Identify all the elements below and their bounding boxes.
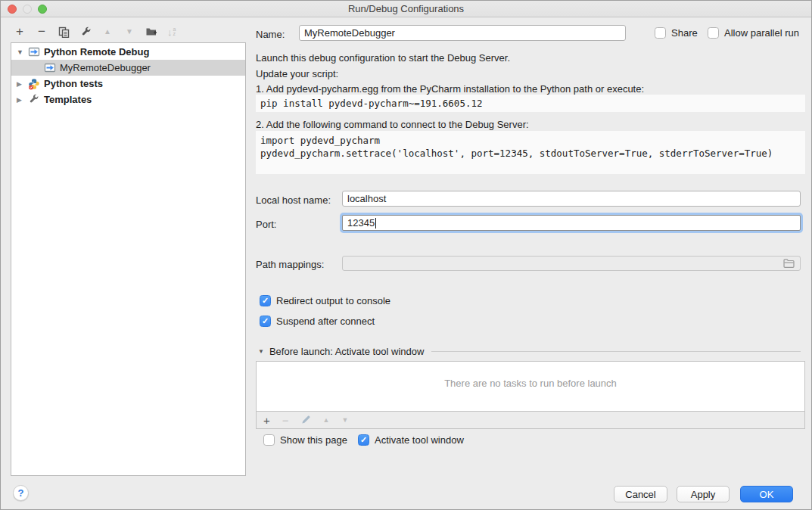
tree-item-python-remote-debug[interactable]: ▼ Python Remote Debug [11, 44, 245, 60]
activate-tool-window-checkbox[interactable] [358, 434, 369, 446]
local-host-name-input[interactable] [342, 191, 801, 207]
edit-defaults-icon[interactable] [79, 26, 92, 38]
tree-item-label: MyRemoteDebugger [60, 62, 151, 73]
move-task-down-icon: ▼ [341, 417, 348, 424]
suspend-after-connect-checkbox[interactable] [260, 316, 271, 327]
section-divider [431, 351, 801, 352]
port-input[interactable]: 12345 [342, 215, 801, 231]
expand-arrow-icon[interactable]: ▼ [17, 48, 28, 56]
remote-debug-icon [44, 62, 56, 74]
show-this-page-label: Show this page [280, 434, 347, 446]
edit-task-icon [301, 415, 311, 426]
suspend-after-connect-label: Suspend after connect [276, 316, 375, 327]
before-launch-toolbar: + − ▲ ▼ [256, 412, 805, 429]
collapse-section-icon[interactable]: ▼ [258, 348, 264, 355]
before-launch-title: Before launch: Activate tool window [269, 346, 425, 357]
empty-tasks-message: There are no tasks to run before launch [257, 362, 804, 389]
settrace-code[interactable]: import pydevd_pycharmpydevd_pycharm.sett… [256, 131, 805, 174]
browse-folder-icon[interactable] [783, 259, 795, 268]
configurations-tree: ▼ Python Remote Debug MyRemoteDebugger ▶ [11, 42, 246, 476]
tree-item-label: Python tests [44, 78, 103, 89]
code-line-settrace: pydevd_pycharm.settrace('localhost', por… [260, 148, 773, 159]
instruction-line-2: Update your script: [256, 68, 338, 79]
add-configuration-icon[interactable]: + [14, 26, 26, 38]
pip-install-code[interactable]: pip install pydevd-pycharm~=191.6605.12 [256, 95, 805, 112]
move-up-icon: ▲ [101, 26, 114, 38]
code-line-import: import pydevd_pycharm [260, 135, 380, 146]
remove-task-icon: − [282, 415, 289, 426]
python-tests-icon [28, 78, 40, 90]
tree-item-label: Templates [44, 94, 92, 105]
tree-item-label: Python Remote Debug [44, 46, 149, 58]
allow-parallel-run-checkbox[interactable] [708, 27, 719, 39]
name-label: Name: [256, 29, 285, 40]
tree-item-templates[interactable]: ▶ Templates [11, 92, 245, 107]
share-checkbox[interactable] [655, 27, 666, 39]
collapse-arrow-icon[interactable]: ▶ [17, 96, 28, 104]
before-launch-header[interactable]: ▼ Before launch: Activate tool window [258, 346, 801, 357]
remote-debug-icon [28, 46, 40, 58]
instruction-line-1: Launch this debug configuration to start… [256, 52, 510, 64]
show-this-page-checkbox[interactable] [263, 434, 275, 446]
tree-item-python-tests[interactable]: ▶ Python tests [11, 76, 245, 92]
share-label: Share [671, 27, 698, 39]
run-debug-configurations-dialog: Run/Debug Configurations + − ▲ ▼ ↓ az ▼ … [0, 0, 812, 510]
port-label: Port: [256, 219, 276, 230]
remove-configuration-icon[interactable]: − [36, 26, 48, 38]
templates-icon [28, 94, 40, 106]
move-task-up-icon: ▲ [323, 417, 330, 424]
instruction-step-1: 1. Add pydevd-pycharm.egg from the PyCha… [256, 83, 644, 95]
tree-item-myremotedebugger[interactable]: MyRemoteDebugger [11, 60, 245, 76]
activate-tool-window-label: Activate tool window [375, 434, 464, 446]
cancel-button[interactable]: Cancel [614, 486, 667, 502]
copy-configuration-icon[interactable] [58, 26, 70, 38]
name-input[interactable] [299, 25, 626, 41]
new-folder-icon[interactable] [145, 26, 157, 38]
add-task-icon[interactable]: + [263, 415, 270, 426]
move-down-icon: ▼ [123, 26, 135, 38]
before-launch-task-list[interactable]: There are no tasks to run before launch [256, 361, 805, 412]
port-value: 12345 [347, 217, 375, 229]
path-mappings-label: Path mappings: [256, 259, 324, 270]
redirect-output-checkbox[interactable] [260, 295, 271, 306]
local-host-name-label: Local host name: [256, 194, 331, 206]
redirect-output-label: Redirect output to console [276, 295, 390, 306]
configurations-toolbar: + − ▲ ▼ ↓ az [14, 23, 176, 40]
instruction-step-2: 2. Add the following command to connect … [256, 119, 529, 130]
collapse-arrow-icon[interactable]: ▶ [17, 80, 28, 88]
help-button[interactable]: ? [13, 485, 29, 501]
sort-alphabetically-icon: ↓ az [167, 26, 176, 38]
text-caret [375, 218, 376, 229]
path-mappings-input[interactable] [342, 256, 801, 271]
allow-parallel-run-label: Allow parallel run [724, 27, 799, 39]
apply-button[interactable]: Apply [677, 486, 730, 502]
titlebar: Run/Debug Configurations [1, 1, 811, 17]
window-title: Run/Debug Configurations [1, 3, 811, 14]
ok-button[interactable]: OK [740, 486, 793, 502]
